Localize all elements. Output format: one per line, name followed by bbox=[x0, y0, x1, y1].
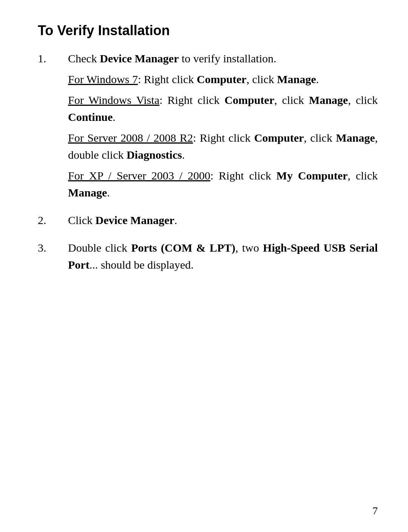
list-item: 1. Check Device Manager to verify instal… bbox=[38, 50, 378, 204]
list-number: 3. bbox=[38, 239, 68, 276]
bold-text: Continue bbox=[68, 111, 113, 123]
item2-text: Click Device Manager. bbox=[68, 212, 378, 229]
sub-item-label: For XP / Server 2003 / 2000 bbox=[68, 169, 210, 182]
instruction-list: 1. Check Device Manager to verify instal… bbox=[38, 50, 378, 276]
sub-item-label: For Windows 7 bbox=[68, 73, 138, 85]
list-item-content: Click Device Manager. bbox=[68, 212, 378, 232]
list-number: 2. bbox=[38, 212, 68, 232]
bold-text: My Computer bbox=[277, 169, 348, 182]
bold-text: Device Manager bbox=[96, 214, 175, 226]
bold-text: Manage bbox=[309, 94, 348, 106]
sub-item-label: For Server 2008 / 2008 R2 bbox=[68, 131, 193, 144]
bold-text: Computer bbox=[224, 94, 274, 106]
sub-item-vista: For Windows Vista: Right click Computer,… bbox=[68, 91, 378, 125]
bold-text: Manage bbox=[68, 186, 107, 199]
bold-text: Manage bbox=[336, 131, 375, 144]
sub-item-label: For Windows Vista bbox=[68, 94, 159, 106]
sub-item-win7: For Windows 7: Right click Computer, cli… bbox=[68, 71, 378, 88]
list-item-content: Check Device Manager to verify installat… bbox=[68, 50, 378, 204]
sub-item-server2008: For Server 2008 / 2008 R2: Right click C… bbox=[68, 129, 378, 163]
bold-text: Manage bbox=[277, 73, 316, 85]
bold-text: Diagnostics bbox=[127, 148, 182, 161]
item1-main: Check Device Manager to verify installat… bbox=[68, 50, 378, 67]
list-item: 2. Click Device Manager. bbox=[38, 212, 378, 232]
section-title: To Verify Installation bbox=[38, 23, 378, 39]
item3-text: Double click Ports (COM & LPT), two High… bbox=[68, 239, 378, 273]
list-item: 3. Double click Ports (COM & LPT), two H… bbox=[38, 239, 378, 276]
page-number: 7 bbox=[372, 505, 378, 517]
bold-text: Device Manager bbox=[100, 52, 179, 65]
bold-text: Computer bbox=[197, 73, 247, 85]
list-number: 1. bbox=[38, 50, 68, 204]
list-item-content: Double click Ports (COM & LPT), two High… bbox=[68, 239, 378, 276]
bold-text: Ports (COM & LPT) bbox=[131, 241, 235, 254]
sub-item-xp: For XP / Server 2003 / 2000: Right click… bbox=[68, 167, 378, 201]
bold-text: Computer bbox=[254, 131, 304, 144]
